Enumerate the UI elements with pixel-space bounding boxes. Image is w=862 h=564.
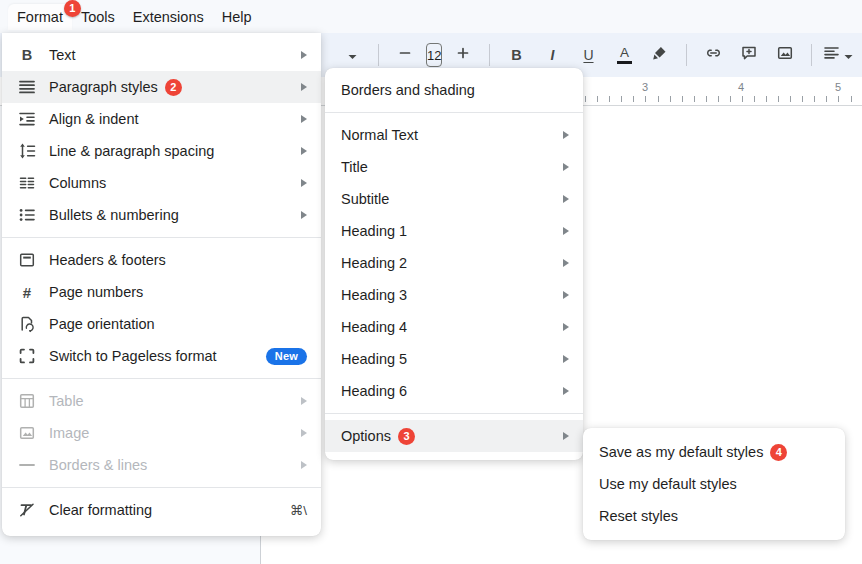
submenu-arrow-icon: [563, 291, 569, 299]
step-badge: 4: [770, 444, 787, 461]
increase-font-size-button[interactable]: [447, 40, 479, 70]
ruler-tick: [718, 96, 719, 102]
add-comment-icon: [740, 44, 758, 66]
submenu-arrow-icon: [301, 397, 307, 405]
menu-item-title[interactable]: Title: [325, 151, 583, 183]
menu-item-save-as-my-default-styles[interactable]: Save as my default styles4: [583, 436, 845, 468]
ruler-tick: [609, 96, 610, 102]
submenu-arrow-icon: [563, 227, 569, 235]
text-color-icon: A: [617, 46, 632, 65]
line-spacing-button[interactable]: [858, 40, 862, 70]
menu-item-line-paragraph-spacing[interactable]: Line & paragraph spacing: [2, 135, 321, 167]
headers-footers-icon: [18, 251, 36, 269]
insert-image-button[interactable]: [769, 40, 801, 70]
menu-item-heading-4[interactable]: Heading 4: [325, 311, 583, 343]
ruler-tick: [682, 96, 683, 102]
menu-item-label: Align & indent: [49, 111, 138, 127]
italic-button[interactable]: I: [536, 40, 568, 70]
toolbar-separator: [489, 44, 490, 66]
add-comment-button[interactable]: [733, 40, 765, 70]
menu-item-columns[interactable]: Columns: [2, 167, 321, 199]
menu-item-heading-2[interactable]: Heading 2: [325, 247, 583, 279]
menu-item-label: Heading 2: [341, 255, 407, 271]
ruler-tick: [790, 96, 791, 102]
menu-item-normal-text[interactable]: Normal Text: [325, 119, 583, 151]
submenu-arrow-icon: [301, 211, 307, 219]
menu-item-label: Heading 3: [341, 287, 407, 303]
underline-icon: U: [583, 46, 593, 64]
paragraph-styles-submenu: Borders and shadingNormal TextTitleSubti…: [325, 68, 583, 460]
menubar-item-extensions[interactable]: Extensions: [124, 4, 213, 30]
align-button[interactable]: [822, 40, 854, 70]
menu-item-heading-6[interactable]: Heading 6: [325, 375, 583, 407]
menu-item-page-numbers[interactable]: #Page numbers: [2, 276, 321, 308]
menu-item-borders-lines[interactable]: Borders & lines: [2, 449, 321, 481]
ruler-tick: [645, 96, 646, 102]
paragraph-styles-icon: [18, 78, 36, 96]
menu-item-text[interactable]: BText: [2, 39, 321, 71]
menu-item-table[interactable]: Table: [2, 385, 321, 417]
menu-separator: [2, 237, 321, 238]
submenu-arrow-icon: [563, 131, 569, 139]
menu-item-label: Title: [341, 159, 368, 175]
insert-link-button[interactable]: [697, 40, 729, 70]
menu-item-heading-5[interactable]: Heading 5: [325, 343, 583, 375]
ruler-number: 4: [738, 81, 744, 93]
ruler-tick: [838, 96, 839, 102]
submenu-arrow-icon: [563, 387, 569, 395]
menu-item-subtitle[interactable]: Subtitle: [325, 183, 583, 215]
menu-item-label: Borders and shading: [341, 82, 475, 98]
menu-item-label: Line & paragraph spacing: [49, 143, 214, 159]
bold-icon: B: [511, 46, 521, 64]
menu-item-label: Columns: [49, 175, 106, 191]
menu-item-clear-formatting[interactable]: Clear formatting⌘\: [2, 494, 321, 526]
submenu-arrow-icon: [301, 179, 307, 187]
decrease-font-size-button[interactable]: [389, 40, 421, 70]
menu-item-borders-and-shading[interactable]: Borders and shading: [325, 74, 583, 106]
menu-item-heading-3[interactable]: Heading 3: [325, 279, 583, 311]
chevron-down-icon: [844, 46, 853, 64]
menu-item-switch-to-pageless-format[interactable]: Switch to Pageless formatNew: [2, 340, 321, 372]
menu-item-use-my-default-styles[interactable]: Use my default styles: [583, 468, 845, 500]
menu-item-image[interactable]: Image: [2, 417, 321, 449]
menu-item-align-indent[interactable]: Align & indent: [2, 103, 321, 135]
submenu-arrow-icon: [301, 51, 307, 59]
submenu-arrow-icon: [563, 355, 569, 363]
menu-item-label: Heading 1: [341, 223, 407, 239]
image-icon: [18, 424, 36, 442]
submenu-arrow-icon: [563, 323, 569, 331]
menu-item-page-orientation[interactable]: Page orientation: [2, 308, 321, 340]
text-color-button[interactable]: A: [608, 40, 640, 70]
menu-item-bullets-numbering[interactable]: Bullets & numbering: [2, 199, 321, 231]
submenu-arrow-icon: [301, 429, 307, 437]
ruler-tick: [826, 96, 827, 102]
new-feature-badge: New: [266, 348, 307, 365]
menu-separator: [325, 112, 583, 113]
menu-item-paragraph-styles[interactable]: Paragraph styles2: [2, 71, 321, 103]
ruler-tick: [694, 96, 695, 102]
menu-item-label: Page numbers: [49, 284, 143, 300]
menu-item-reset-styles[interactable]: Reset styles: [583, 500, 845, 532]
submenu-arrow-icon: [563, 259, 569, 267]
font-dropdown-arrow[interactable]: [336, 40, 368, 70]
menu-item-label: Use my default styles: [599, 476, 737, 492]
highlight-icon: [651, 44, 669, 66]
menu-separator: [325, 413, 583, 414]
submenu-arrow-icon: [563, 195, 569, 203]
menu-item-options[interactable]: Options3: [325, 420, 583, 452]
highlight-color-button[interactable]: [644, 40, 676, 70]
submenu-arrow-icon: [563, 432, 569, 440]
menu-item-label: Bullets & numbering: [49, 207, 179, 223]
menubar-item-help[interactable]: Help: [213, 4, 261, 30]
menu-item-heading-1[interactable]: Heading 1: [325, 215, 583, 247]
menubar-item-format[interactable]: Format1: [8, 4, 72, 30]
menu-item-headers-footers[interactable]: Headers & footers: [2, 244, 321, 276]
font-size-input[interactable]: 12: [426, 43, 442, 67]
toolbar-separator: [686, 44, 687, 66]
underline-button[interactable]: U: [572, 40, 604, 70]
bold-button[interactable]: B: [500, 40, 532, 70]
ruler-number: 3: [642, 81, 648, 93]
menubar-item-tools[interactable]: Tools: [72, 4, 124, 30]
italic-icon: I: [551, 46, 555, 64]
menu-item-label: Page orientation: [49, 316, 155, 332]
